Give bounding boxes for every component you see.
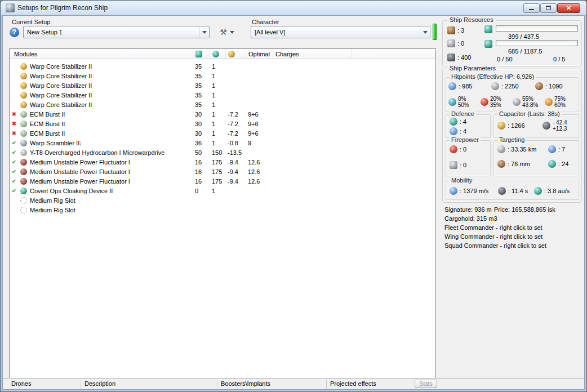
module-powergrid-value: 1 [210,111,226,118]
calibration-icon [447,54,455,61]
module-row[interactable]: Warp Core Stabilizer II 35 1 [10,81,435,90]
close-button[interactable]: ✕ [557,3,580,13]
cpu-bar [496,25,578,32]
module-name[interactable]: Warp Core Stabilizer II [29,101,93,108]
module-row[interactable]: ✔ Covert Ops Cloaking Device II 0 1 [10,186,435,195]
module-name[interactable]: Medium Unstable Power Fluctuator I [29,159,131,166]
fitted-ok-icon: ✔ [12,188,16,194]
module-row[interactable]: ✔ Medium Unstable Power Fluctuator I 16 … [10,176,435,186]
module-row[interactable]: ✔ Medium Unstable Power Fluctuator I 16 … [10,167,435,176]
modules-table[interactable]: Modules Optimal Charges Warp Core Stabil… [9,48,436,378]
warp-speed-value: : 3.8 au/s [544,188,570,194]
turret-dps-icon [450,145,457,153]
module-name[interactable]: Warp Core Stabilizer II [29,92,93,99]
module-row[interactable]: ✖ ECM Burst II 30 1 -7.2 9+6 [10,109,435,119]
module-name[interactable]: Warp Core Stabilizer II [29,82,93,89]
module-row[interactable]: Warp Core Stabilizer II 35 1 [10,71,435,81]
module-name[interactable]: Medium Rig Slot [29,207,77,213]
module-cpu-value: 36 [193,140,210,146]
module-name[interactable]: Medium Rig Slot [29,197,77,204]
sensor-strength-value: : 24 [558,161,568,167]
titlebar[interactable]: Setups for Pilgrim Recon Ship ✕ [2,1,585,15]
character-dropdown[interactable]: [All level V] [251,26,430,38]
module-row[interactable]: Warp Core Stabilizer II 35 1 [10,90,435,100]
module-row[interactable]: ✔ Y-T8 Overcharged Hydrocarbon I Microwa… [10,148,435,157]
agility-icon [498,187,506,195]
module-powergrid-value: 1 [210,73,226,79]
module-name[interactable]: Warp Scrambler II [29,140,81,146]
charges-column-header[interactable]: Charges [273,49,352,59]
module-row[interactable]: Medium Rig Slot [10,195,435,205]
module-row[interactable]: ✖ ECM Burst II 30 1 -7.2 9+6 [10,128,435,138]
minimize-button[interactable] [523,3,540,13]
module-capacitor-value: -7.2 [226,130,246,137]
max-targets-icon [548,145,556,153]
optimal-column-header[interactable]: Optimal [246,49,273,59]
energy-neutralizer-icon [20,159,27,166]
module-row[interactable]: Medium Rig Slot [10,205,435,215]
tab-drones[interactable]: Drones [11,380,31,387]
module-name[interactable]: Medium Unstable Power Fluctuator I [29,178,131,185]
module-name[interactable]: ECM Burst II [29,130,66,137]
defence-title: Defence [450,110,476,117]
fleet-commander-text[interactable]: Fleet Commander - right click to set [444,223,583,232]
module-cpu-value: 50 [193,149,210,156]
module-row[interactable]: ✖ ECM Burst II 30 1 -7.2 9+6 [10,119,435,128]
tab-projected-effects[interactable]: Projected effects [330,380,376,387]
module-row[interactable]: Warp Core Stabilizer II 35 1 [10,100,435,109]
shield-resist-value: 20% [490,96,501,102]
dropdown-arrow-icon[interactable] [199,26,209,38]
maximize-icon [546,6,551,10]
wing-commander-text[interactable]: Wing Commander - right click to set [444,232,583,241]
shield-resist-value: 55% [522,96,538,102]
module-name[interactable]: Warp Core Stabilizer II [29,73,93,79]
module-name[interactable]: Medium Unstable Power Fluctuator I [29,168,131,175]
cpu-icon [484,25,492,33]
stats-button[interactable]: Stats [415,380,437,388]
module-powergrid-value: 175 [210,159,226,166]
help-icon[interactable]: ? [10,28,19,37]
setup-tools-button[interactable]: ⚒ [214,26,240,38]
warp-speed-icon [534,187,542,195]
module-name[interactable]: Y-T8 Overcharged Hydrocarbon I Microwarp… [29,149,166,156]
module-name[interactable]: Covert Ops Cloaking Device II [29,188,114,194]
microwarpdrive-icon [20,149,27,156]
tools-dropdown-icon[interactable] [230,31,234,34]
current-setup-dropdown[interactable]: New Setup 1 [23,26,210,38]
capacitor-column-icon [228,51,235,57]
powergrid-bar [496,40,578,46]
module-cpu-value: 0 [193,188,210,194]
module-row[interactable]: Warp Core Stabilizer II 35 1 [10,61,435,71]
module-name[interactable]: ECM Burst II [29,111,66,118]
targeting-box: Targeting : 33.35 km : 7 : 76 mm : 24 [493,140,579,176]
ship-parameters-title: Ship Parameters [447,65,498,72]
module-powergrid-value: 1 [210,130,226,137]
powergrid-column-header[interactable] [210,49,226,59]
fitting-problem-icon: ✖ [12,121,16,127]
module-name[interactable]: ECM Burst II [29,121,66,127]
tab-boosters-implants[interactable]: Boosters\Implants [221,380,270,387]
capacitor-icon [497,122,505,130]
fitted-ok-icon: ✔ [12,140,16,146]
cpu-usage-text: 399 / 437.5 [508,33,539,40]
dropdown-arrow-icon[interactable] [420,26,430,38]
module-cpu-value: 16 [193,168,210,175]
close-icon: ✕ [566,5,571,12]
tab-description[interactable]: Description [85,380,115,387]
modules-column-header[interactable]: Modules [10,49,193,59]
module-optimal-value: 9+6 [246,130,273,137]
module-capacitor-value: -13.5 [226,149,246,156]
cpu-column-header[interactable] [193,49,210,59]
module-name[interactable]: Warp Core Stabilizer II [29,63,93,70]
window-title: Setups for Pilgrim Recon Ship [17,4,108,12]
module-powergrid-value: 1 [210,63,226,70]
module-cpu-value: 30 [193,121,210,127]
modules-table-header[interactable]: Modules Optimal Charges [10,49,435,59]
module-row[interactable]: ✔ Warp Scrambler II 36 1 -0.8 9 [10,138,435,148]
capacitor-column-header[interactable] [226,49,246,59]
maximize-button[interactable] [540,3,557,13]
structure-hp-icon [535,82,543,90]
energy-neutralizer-icon [20,178,27,185]
squad-commander-text[interactable]: Squad Commander - right click to set [444,241,583,250]
module-row[interactable]: ✔ Medium Unstable Power Fluctuator I 16 … [10,157,435,167]
